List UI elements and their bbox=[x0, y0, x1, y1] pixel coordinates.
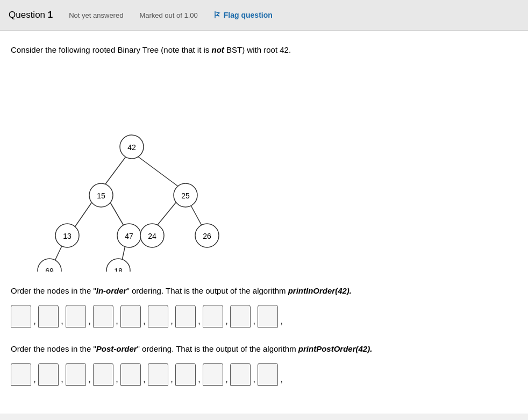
comma-8: , bbox=[223, 315, 230, 328]
question-description: Consider the following rooted Binary Tre… bbox=[11, 44, 517, 56]
pcomma-7: , bbox=[196, 373, 203, 386]
postorder-cell-5: , bbox=[120, 363, 148, 386]
pcomma-1: , bbox=[31, 373, 38, 386]
inorder-input-1[interactable] bbox=[11, 305, 31, 328]
svg-text:25: 25 bbox=[181, 191, 190, 200]
postorder-input-3[interactable] bbox=[66, 363, 86, 386]
pcomma-10: , bbox=[278, 373, 285, 386]
inorder-input-7[interactable] bbox=[175, 305, 196, 328]
postorder-fn-label: printPostOrder(42). bbox=[298, 344, 373, 353]
inorder-input-row: , , , , , , , , bbox=[11, 305, 517, 328]
postorder-input-6[interactable] bbox=[148, 363, 168, 386]
postorder-label: Post-order bbox=[96, 344, 137, 353]
inorder-input-3[interactable] bbox=[66, 305, 86, 328]
svg-text:24: 24 bbox=[148, 232, 156, 240]
svg-line-1 bbox=[137, 156, 183, 190]
inorder-input-4[interactable] bbox=[93, 305, 113, 328]
svg-text:13: 13 bbox=[63, 232, 72, 240]
pcomma-4: , bbox=[113, 373, 120, 386]
inorder-cell-2: , bbox=[38, 305, 66, 328]
comma-6: , bbox=[168, 315, 175, 328]
pcomma-3: , bbox=[86, 373, 93, 386]
svg-text:15: 15 bbox=[97, 191, 105, 200]
comma-5: , bbox=[141, 315, 148, 328]
inorder-fn-label: printInOrder(42). bbox=[288, 286, 352, 295]
postorder-cell-10: , bbox=[258, 363, 285, 386]
postorder-input-4[interactable] bbox=[93, 363, 113, 386]
inorder-cell-6: , bbox=[148, 305, 175, 328]
comma-10: , bbox=[278, 315, 285, 328]
postorder-cell-8: , bbox=[203, 363, 230, 386]
postorder-input-1[interactable] bbox=[11, 363, 31, 386]
postorder-input-2[interactable] bbox=[38, 363, 59, 386]
inorder-cell-8: , bbox=[203, 305, 230, 328]
svg-text:18: 18 bbox=[114, 267, 123, 272]
svg-text:42: 42 bbox=[127, 143, 136, 152]
postorder-cell-4: , bbox=[93, 363, 120, 386]
inorder-cell-4: , bbox=[93, 305, 120, 328]
pcomma-2: , bbox=[59, 373, 66, 386]
svg-line-2 bbox=[73, 201, 93, 230]
postorder-cell-2: , bbox=[38, 363, 66, 386]
inorder-input-10[interactable] bbox=[258, 305, 278, 328]
inorder-cell-10: , bbox=[258, 305, 285, 328]
postorder-input-10[interactable] bbox=[258, 363, 278, 386]
tree-diagram: 42 15 25 13 47 24 26 69 18 bbox=[22, 67, 517, 272]
inorder-description: Order the nodes in the "In-order" orderi… bbox=[11, 284, 517, 297]
inorder-label: In-order bbox=[96, 286, 127, 295]
tree-svg: 42 15 25 13 47 24 26 69 18 bbox=[22, 67, 237, 272]
inorder-input-6[interactable] bbox=[148, 305, 168, 328]
question-text-before: Consider the following rooted Binary Tre… bbox=[11, 45, 212, 54]
pcomma-9: , bbox=[251, 373, 258, 386]
inorder-cell-3: , bbox=[66, 305, 93, 328]
svg-text:26: 26 bbox=[203, 232, 211, 240]
question-bold-not: not bbox=[212, 45, 224, 54]
inorder-input-2[interactable] bbox=[38, 305, 59, 328]
postorder-cell-7: , bbox=[175, 363, 203, 386]
inorder-cell-9: , bbox=[230, 305, 258, 328]
comma-3: , bbox=[86, 315, 93, 328]
marked-out-label: Marked out of 1.00 bbox=[139, 11, 197, 19]
question-number: 1 bbox=[48, 10, 53, 20]
postorder-cell-1: , bbox=[11, 363, 38, 386]
flag-question-button[interactable]: Flag question bbox=[214, 11, 273, 19]
comma-4: , bbox=[113, 315, 120, 328]
question-text-after: BST) with root 42. bbox=[224, 45, 291, 54]
flag-label: Flag question bbox=[224, 11, 273, 19]
postorder-input-7[interactable] bbox=[175, 363, 196, 386]
inorder-cell-5: , bbox=[120, 305, 148, 328]
content-area: Consider the following rooted Binary Tre… bbox=[0, 31, 528, 414]
inorder-input-5[interactable] bbox=[120, 305, 141, 328]
pcomma-8: , bbox=[223, 373, 230, 386]
svg-text:69: 69 bbox=[45, 267, 54, 272]
comma-2: , bbox=[59, 315, 66, 328]
question-title: Question 1 bbox=[9, 10, 53, 20]
question-header: Question 1 Not yet answered Marked out o… bbox=[0, 0, 528, 31]
comma-1: , bbox=[31, 315, 38, 328]
svg-text:47: 47 bbox=[125, 232, 133, 240]
comma-9: , bbox=[251, 315, 258, 328]
inorder-input-8[interactable] bbox=[203, 305, 223, 328]
postorder-input-row: , , , , , , , , bbox=[11, 363, 517, 386]
postorder-input-8[interactable] bbox=[203, 363, 223, 386]
postorder-cell-6: , bbox=[148, 363, 175, 386]
pcomma-5: , bbox=[141, 373, 148, 386]
postorder-description: Order the nodes in the "Post-order" orde… bbox=[11, 343, 517, 355]
inorder-cell-7: , bbox=[175, 305, 203, 328]
not-answered-label: Not yet answered bbox=[69, 11, 123, 19]
postorder-input-9[interactable] bbox=[230, 363, 251, 386]
inorder-cell-1: , bbox=[11, 305, 38, 328]
comma-7: , bbox=[196, 315, 203, 328]
flag-icon bbox=[214, 11, 222, 19]
postorder-input-5[interactable] bbox=[120, 363, 141, 386]
pcomma-6: , bbox=[168, 373, 175, 386]
postorder-cell-3: , bbox=[66, 363, 93, 386]
postorder-cell-9: , bbox=[230, 363, 258, 386]
inorder-input-9[interactable] bbox=[230, 305, 251, 328]
